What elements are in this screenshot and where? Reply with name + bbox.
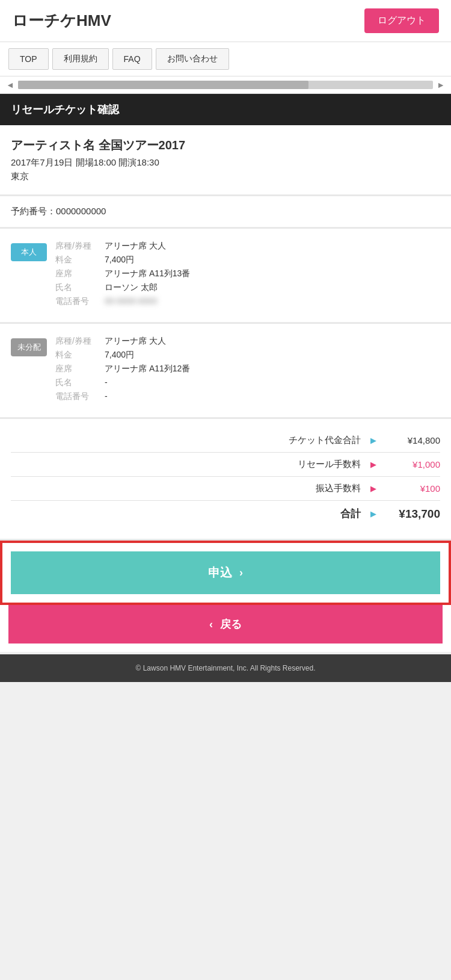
logo-text: ローチケ — [12, 11, 76, 29]
price-label-2: 料金 — [55, 350, 96, 361]
header: ローチケHMV ログアウト — [0, 0, 451, 42]
back-label: 戻る — [220, 617, 242, 631]
page-title-bar: リセールチケット確認 — [0, 94, 451, 125]
ticket-row-seat-type-2: 席種/券種 アリーナ席 大人 — [55, 336, 440, 347]
ticket-card-1: 本人 席種/券種 アリーナ席 大人 料金 7,400円 座席 アリーナ席 A11… — [0, 229, 451, 324]
ticket-row-phone-2: 電話番号 - — [55, 391, 440, 402]
phone-value-2: - — [105, 391, 108, 402]
total-label: 合計 — [283, 507, 361, 521]
tickets-section: 本人 席種/券種 アリーナ席 大人 料金 7,400円 座席 アリーナ席 A11… — [0, 229, 451, 419]
name-label-2: 氏名 — [55, 377, 96, 388]
scroll-left-arrow[interactable]: ◄ — [6, 80, 14, 90]
nav-terms[interactable]: 利用規約 — [52, 48, 109, 70]
ticket-row-seat-type-1: 席種/券種 アリーナ席 大人 — [55, 241, 440, 252]
event-date: 2017年7月19日 開場18:00 開演18:30 — [11, 157, 440, 169]
price-row-resale-fee: リセール手数料 ▶ ¥1,000 — [11, 453, 440, 477]
ticket-total-value: ¥14,800 — [386, 435, 440, 445]
back-button[interactable]: ‹ 戻る — [8, 605, 443, 644]
ticket-total-label: チケット代金合計 — [283, 435, 361, 446]
ticket-row-name-1: 氏名 ローソン 太郎 — [55, 282, 440, 293]
ticket-total-arrow: ▶ — [370, 436, 376, 445]
name-value-2: - — [105, 377, 108, 388]
back-arrow: ‹ — [209, 618, 213, 631]
seat-value-2: アリーナ席 A11列12番 — [105, 364, 190, 374]
ticket-row-phone-1: 電話番号 00-0000-0000 — [55, 296, 440, 307]
nav-bar: TOP 利用規約 FAQ お問い合わせ — [0, 42, 451, 76]
ticket-row-price-1: 料金 7,400円 — [55, 255, 440, 265]
name-value-1: ローソン 太郎 — [105, 282, 158, 293]
logo: ローチケHMV — [12, 10, 111, 31]
ticket-row-price-2: 料金 7,400円 — [55, 350, 440, 361]
apply-button[interactable]: 申込 › — [11, 551, 440, 594]
seat-type-label-2: 席種/券種 — [55, 336, 96, 347]
logout-button[interactable]: ログアウト — [364, 8, 439, 33]
scroll-right-arrow[interactable]: ► — [437, 80, 445, 90]
scrollbar-track[interactable] — [18, 81, 433, 89]
ticket-details-2: 席種/券種 アリーナ席 大人 料金 7,400円 座席 アリーナ席 A11列12… — [55, 336, 440, 405]
phone-label-1: 電話番号 — [55, 296, 96, 307]
resale-fee-value: ¥1,000 — [386, 459, 440, 470]
footer: © Lawson HMV Entertainment, Inc. All Rig… — [0, 654, 451, 682]
badge-honin: 本人 — [11, 243, 47, 261]
seat-type-label-1: 席種/券種 — [55, 241, 96, 252]
nav-faq[interactable]: FAQ — [112, 48, 152, 70]
transfer-fee-value: ¥100 — [386, 483, 440, 494]
apply-label: 申込 — [208, 565, 232, 581]
scrollbar-thumb — [18, 81, 308, 89]
phone-label-2: 電話番号 — [55, 391, 96, 402]
booking-section: 予約番号：0000000000 — [0, 196, 451, 229]
nav-contact[interactable]: お問い合わせ — [156, 48, 229, 70]
seat-label-2: 座席 — [55, 364, 96, 374]
price-row-transfer-fee: 振込手数料 ▶ ¥100 — [11, 477, 440, 501]
event-info: アーティスト名 全国ツアー2017 2017年7月19日 開場18:00 開演1… — [0, 125, 451, 196]
resale-fee-arrow: ▶ — [370, 460, 376, 469]
nav-top[interactable]: TOP — [8, 48, 49, 70]
footer-text: © Lawson HMV Entertainment, Inc. All Rig… — [136, 664, 316, 672]
page-title: リセールチケット確認 — [11, 104, 119, 116]
back-section: ‹ 戻る — [0, 605, 451, 652]
price-summary: チケット代金合計 ▶ ¥14,800 リセール手数料 ▶ ¥1,000 振込手数… — [0, 419, 451, 541]
apply-arrow: › — [239, 566, 243, 579]
price-value-1: 7,400円 — [105, 255, 134, 265]
price-value-2: 7,400円 — [105, 350, 134, 361]
event-name: アーティスト名 全国ツアー2017 — [11, 137, 440, 154]
ticket-details-1: 席種/券種 アリーナ席 大人 料金 7,400円 座席 アリーナ席 A11列13… — [55, 241, 440, 310]
price-label-1: 料金 — [55, 255, 96, 265]
ticket-row-name-2: 氏名 - — [55, 377, 440, 388]
phone-value-1: 00-0000-0000 — [105, 296, 157, 307]
transfer-fee-label: 振込手数料 — [283, 483, 361, 494]
badge-mibunpai: 未分配 — [11, 338, 47, 356]
price-row-ticket-total: チケット代金合計 ▶ ¥14,800 — [11, 429, 440, 453]
seat-type-value-1: アリーナ席 大人 — [105, 241, 166, 252]
total-arrow: ▶ — [370, 509, 376, 518]
price-row-total: 合計 ▶ ¥13,700 — [11, 501, 440, 527]
logo-hmv: HMV — [76, 11, 111, 29]
ticket-row-seat-2: 座席 アリーナ席 A11列12番 — [55, 364, 440, 374]
ticket-card-2: 未分配 席種/券種 アリーナ席 大人 料金 7,400円 座席 アリーナ席 A1… — [0, 324, 451, 419]
apply-section: 申込 › — [0, 541, 451, 605]
seat-value-1: アリーナ席 A11列13番 — [105, 268, 190, 279]
total-value: ¥13,700 — [386, 507, 440, 521]
name-label-1: 氏名 — [55, 282, 96, 293]
transfer-fee-arrow: ▶ — [370, 484, 376, 493]
event-venue: 東京 — [11, 171, 440, 182]
resale-fee-label: リセール手数料 — [283, 459, 361, 470]
ticket-row-seat-1: 座席 アリーナ席 A11列13番 — [55, 268, 440, 279]
booking-number: 予約番号：0000000000 — [11, 206, 106, 216]
seat-type-value-2: アリーナ席 大人 — [105, 336, 166, 347]
scrollbar-area: ◄ ► — [0, 76, 451, 94]
seat-label-1: 座席 — [55, 268, 96, 279]
